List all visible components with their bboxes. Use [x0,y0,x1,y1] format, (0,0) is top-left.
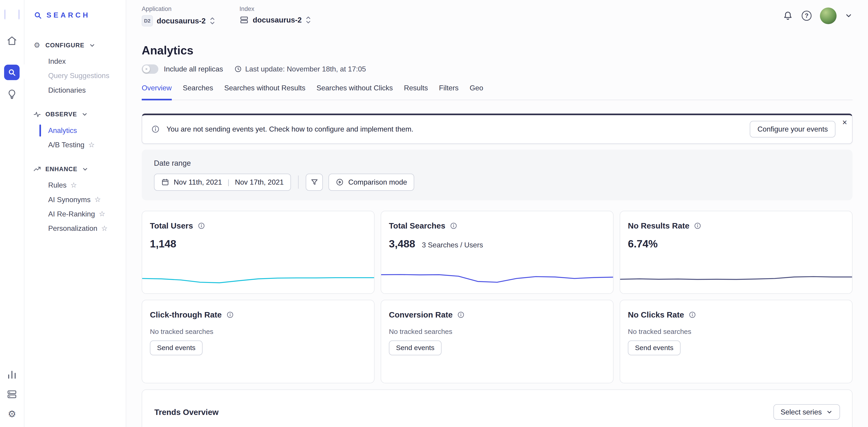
divider [298,175,299,189]
tab-filters[interactable]: Filters [439,84,459,100]
help-icon[interactable]: ? [802,11,812,21]
metric-cards-grid: Total Users 1,148 Total Searches 3,488 3… [142,211,852,383]
selector-chevrons-icon [210,16,215,26]
tab-searches[interactable]: Searches [183,84,213,100]
comparison-mode-button[interactable]: Comparison mode [329,174,414,191]
date-separator: | [226,178,230,187]
index-selector[interactable]: Index docusaurus-2 [240,5,311,31]
sidebar-item-analytics[interactable]: Analytics [24,123,126,138]
info-icon [151,125,160,134]
trends-title: Trends Overview [154,408,219,417]
total-users-sparkline [142,266,374,290]
total-searches-sparkline [381,266,613,290]
total-users-card: Total Users 1,148 [142,211,375,294]
index-value: docusaurus-2 [253,16,302,24]
recommend-lightbulb-icon[interactable] [6,88,18,100]
page-title: Analytics [142,44,852,57]
sidebar-item-ai-re-ranking[interactable]: AI Re-Ranking ☆ [24,207,126,221]
last-update: Last update: November 18th, at 17:05 [234,65,366,73]
date-range-panel: Date range Nov 11th, 2021 | Nov 17th, 20… [142,150,852,200]
search-product-icon[interactable] [4,65,20,80]
info-icon[interactable] [450,222,458,230]
no-tracked-note: No tracked searches [628,328,844,335]
index-label: Index [240,5,311,12]
section-header-configure[interactable]: ⚙ CONFIGURE [24,41,126,49]
tab-overview[interactable]: Overview [142,84,172,100]
card-title: Total Searches [389,221,445,230]
send-events-button[interactable]: Send events [150,340,203,356]
activity-icon [33,110,41,118]
star-icon[interactable]: ☆ [70,182,77,189]
sidebar-item-ab-testing[interactable]: A/B Testing ☆ [24,138,126,152]
info-icon[interactable] [688,311,696,319]
date-range-picker[interactable]: Nov 11th, 2021 | Nov 17th, 2021 [154,174,291,191]
star-icon[interactable]: ☆ [94,196,101,203]
send-events-button[interactable]: Send events [389,340,441,356]
data-sources-icon[interactable] [6,388,18,400]
tab-geo[interactable]: Geo [469,84,483,100]
sidebar-item-rules[interactable]: Rules ☆ [24,178,126,192]
calendar-icon [161,178,169,186]
settings-gear-icon[interactable]: ⚙ [6,408,18,420]
date-end: Nov 17th, 2021 [235,178,284,187]
chevron-down-icon [89,42,95,49]
filter-button[interactable] [306,174,323,191]
chevron-down-icon [82,166,88,172]
search-icon [34,11,42,19]
clock-icon [234,65,242,73]
no-tracked-note: No tracked searches [389,328,605,335]
play-circle-icon [336,178,344,186]
product-rail: ⚙ [0,0,24,427]
card-title: No Clicks Rate [628,310,684,319]
no-clicks-rate-card: No Clicks Rate No tracked searches Send … [620,300,852,383]
home-icon[interactable] [6,35,18,47]
send-events-button[interactable]: Send events [628,340,681,356]
sidebar-item-query-suggestions[interactable]: Query Suggestions [24,68,126,83]
analytics-tabs: Overview Searches Searches without Resul… [142,84,852,100]
notifications-bell-icon[interactable] [782,10,794,22]
info-icon[interactable] [457,311,465,319]
sidebar-item-personalization[interactable]: Personalization ☆ [24,221,126,236]
close-icon[interactable]: × [842,118,847,127]
star-icon[interactable]: ☆ [101,225,107,232]
tab-searches-without-clicks[interactable]: Searches without Clicks [316,84,393,100]
sidebar-item-ai-synonyms[interactable]: AI Synonyms ☆ [24,193,126,207]
sidebar-item-index[interactable]: Index [24,54,126,68]
sidebar-item-dictionaries[interactable]: Dictionaries [24,83,126,97]
gear-icon: ⚙ [33,41,41,49]
events-banner: You are not sending events yet. Check ho… [142,113,852,144]
card-title: Conversion Rate [389,310,453,319]
usage-chart-icon[interactable] [6,368,18,380]
user-avatar[interactable] [820,7,837,24]
include-replicas-toggle[interactable]: × [142,64,158,74]
tab-searches-without-results[interactable]: Searches without Results [224,84,305,100]
info-icon[interactable] [694,222,702,230]
section-header-observe[interactable]: OBSERVE [24,110,126,118]
section-label: CONFIGURE [45,42,84,49]
banner-text: You are not sending events yet. Check ho… [166,125,413,133]
section-observe: OBSERVE Analytics A/B Testing ☆ [24,110,126,152]
no-results-rate-sparkline [620,266,852,290]
application-selector[interactable]: Application D2 docusaurus-2 [142,5,215,31]
account-chevron-down-icon[interactable] [845,12,852,20]
info-icon[interactable] [226,311,234,319]
date-range-label: Date range [154,159,840,167]
no-tracked-note: No tracked searches [150,328,366,335]
card-title: Total Users [150,221,193,230]
funnel-icon [310,178,318,186]
section-label: OBSERVE [45,111,77,118]
metric-value: 3,488 [389,238,415,250]
card-title: Click-through Rate [150,310,222,319]
section-header-enhance[interactable]: ENHANCE [24,165,126,173]
sidebar: SEARCH ⚙ CONFIGURE Index Query Suggestio… [24,0,126,427]
conversion-rate-card: Conversion Rate No tracked searches Send… [381,300,614,383]
metric-value: 6.74% [628,238,658,250]
algolia-logo[interactable] [5,7,19,22]
configure-events-button[interactable]: Configure your events [750,121,835,137]
tab-results[interactable]: Results [404,84,428,100]
metric-value: 1,148 [150,238,176,250]
select-series-dropdown[interactable]: Select series [773,404,840,420]
info-icon[interactable] [197,222,205,230]
star-icon[interactable]: ☆ [88,141,95,149]
star-icon[interactable]: ☆ [99,210,105,218]
